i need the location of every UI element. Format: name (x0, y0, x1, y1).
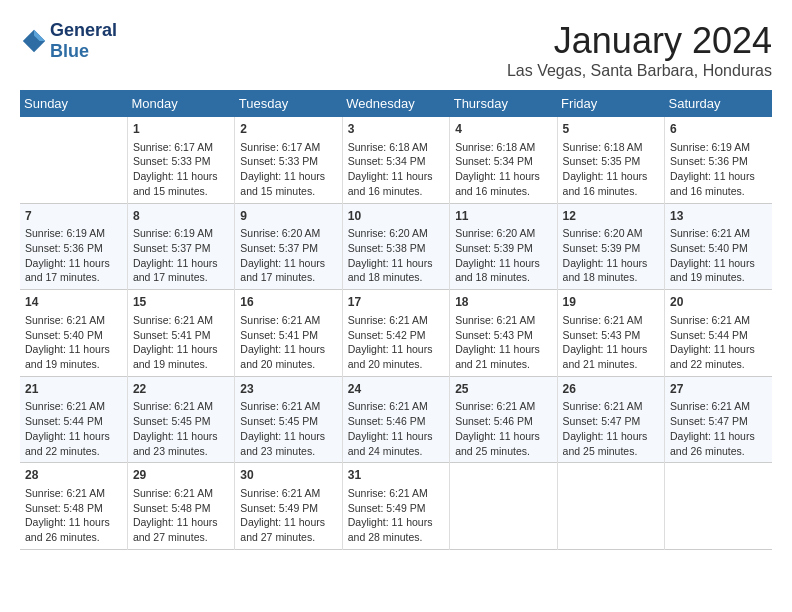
day-info-line: Daylight: 11 hours (25, 515, 122, 530)
day-info-line: and 28 minutes. (348, 530, 444, 545)
day-info-line: and 16 minutes. (348, 184, 444, 199)
calendar-cell: 30Sunrise: 6:21 AMSunset: 5:49 PMDayligh… (235, 463, 342, 550)
day-info-line: Daylight: 11 hours (133, 429, 229, 444)
day-info-line: Sunset: 5:39 PM (563, 241, 659, 256)
day-info-line: Sunrise: 6:21 AM (348, 399, 444, 414)
day-number: 12 (563, 208, 659, 225)
day-number: 24 (348, 381, 444, 398)
day-info-line: and 21 minutes. (455, 357, 551, 372)
day-info-line: Sunrise: 6:21 AM (348, 313, 444, 328)
day-info-line: and 19 minutes. (670, 270, 767, 285)
calendar-cell: 11Sunrise: 6:20 AMSunset: 5:39 PMDayligh… (450, 203, 557, 290)
day-info-line: Sunset: 5:38 PM (348, 241, 444, 256)
day-info-line: Sunset: 5:47 PM (670, 414, 767, 429)
day-info-line: Daylight: 11 hours (348, 342, 444, 357)
day-info-line: Sunset: 5:42 PM (348, 328, 444, 343)
day-info-line: Sunset: 5:41 PM (240, 328, 336, 343)
day-info-line: Daylight: 11 hours (670, 256, 767, 271)
day-info-line: Sunset: 5:45 PM (133, 414, 229, 429)
calendar-table: SundayMondayTuesdayWednesdayThursdayFrid… (20, 90, 772, 550)
day-info-line: and 27 minutes. (240, 530, 336, 545)
day-info-line: and 26 minutes. (670, 444, 767, 459)
calendar-week-1: 1Sunrise: 6:17 AMSunset: 5:33 PMDaylight… (20, 117, 772, 203)
calendar-cell: 24Sunrise: 6:21 AMSunset: 5:46 PMDayligh… (342, 376, 449, 463)
calendar-cell (450, 463, 557, 550)
day-number: 23 (240, 381, 336, 398)
day-number: 14 (25, 294, 122, 311)
day-info-line: and 23 minutes. (240, 444, 336, 459)
title-section: January 2024 Las Vegas, Santa Barbara, H… (507, 20, 772, 80)
calendar-cell (20, 117, 127, 203)
calendar-cell: 4Sunrise: 6:18 AMSunset: 5:34 PMDaylight… (450, 117, 557, 203)
day-number: 22 (133, 381, 229, 398)
day-info-line: and 25 minutes. (455, 444, 551, 459)
day-info-line: Sunset: 5:43 PM (455, 328, 551, 343)
day-info-line: Daylight: 11 hours (563, 342, 659, 357)
calendar-cell: 28Sunrise: 6:21 AMSunset: 5:48 PMDayligh… (20, 463, 127, 550)
day-info-line: Daylight: 11 hours (563, 429, 659, 444)
day-info-line: Sunset: 5:48 PM (25, 501, 122, 516)
day-info-line: Daylight: 11 hours (25, 429, 122, 444)
day-number: 18 (455, 294, 551, 311)
day-info-line: and 17 minutes. (25, 270, 122, 285)
calendar-week-4: 21Sunrise: 6:21 AMSunset: 5:44 PMDayligh… (20, 376, 772, 463)
calendar-cell: 17Sunrise: 6:21 AMSunset: 5:42 PMDayligh… (342, 290, 449, 377)
day-info-line: Sunset: 5:49 PM (240, 501, 336, 516)
day-info-line: and 15 minutes. (240, 184, 336, 199)
month-title: January 2024 (507, 20, 772, 62)
day-number: 7 (25, 208, 122, 225)
day-info-line: Daylight: 11 hours (240, 429, 336, 444)
day-info-line: Daylight: 11 hours (240, 342, 336, 357)
day-info-line: Daylight: 11 hours (563, 169, 659, 184)
day-info-line: Sunset: 5:34 PM (348, 154, 444, 169)
calendar-cell: 9Sunrise: 6:20 AMSunset: 5:37 PMDaylight… (235, 203, 342, 290)
day-info-line: Sunset: 5:46 PM (455, 414, 551, 429)
day-info-line: Daylight: 11 hours (133, 515, 229, 530)
day-info-line: Sunrise: 6:21 AM (240, 486, 336, 501)
day-info-line: Daylight: 11 hours (348, 256, 444, 271)
day-number: 10 (348, 208, 444, 225)
day-info-line: and 18 minutes. (455, 270, 551, 285)
day-info-line: Daylight: 11 hours (455, 169, 551, 184)
day-number: 4 (455, 121, 551, 138)
day-number: 27 (670, 381, 767, 398)
calendar-cell: 10Sunrise: 6:20 AMSunset: 5:38 PMDayligh… (342, 203, 449, 290)
day-info-line: Sunrise: 6:21 AM (455, 399, 551, 414)
day-info-line: Sunrise: 6:21 AM (563, 399, 659, 414)
calendar-cell: 18Sunrise: 6:21 AMSunset: 5:43 PMDayligh… (450, 290, 557, 377)
day-info-line: Sunrise: 6:21 AM (670, 226, 767, 241)
day-number: 20 (670, 294, 767, 311)
day-info-line: and 27 minutes. (133, 530, 229, 545)
day-info-line: Sunrise: 6:18 AM (348, 140, 444, 155)
day-info-line: Sunset: 5:48 PM (133, 501, 229, 516)
day-number: 15 (133, 294, 229, 311)
day-info-line: Daylight: 11 hours (133, 342, 229, 357)
calendar-week-2: 7Sunrise: 6:19 AMSunset: 5:36 PMDaylight… (20, 203, 772, 290)
calendar-cell: 20Sunrise: 6:21 AMSunset: 5:44 PMDayligh… (665, 290, 772, 377)
day-number: 2 (240, 121, 336, 138)
page-header: General Blue January 2024 Las Vegas, San… (20, 20, 772, 80)
calendar-week-5: 28Sunrise: 6:21 AMSunset: 5:48 PMDayligh… (20, 463, 772, 550)
day-info-line: Sunrise: 6:17 AM (240, 140, 336, 155)
day-info-line: Sunset: 5:41 PM (133, 328, 229, 343)
day-info-line: Daylight: 11 hours (670, 169, 767, 184)
day-info-line: Daylight: 11 hours (455, 256, 551, 271)
day-info-line: and 25 minutes. (563, 444, 659, 459)
calendar-cell: 14Sunrise: 6:21 AMSunset: 5:40 PMDayligh… (20, 290, 127, 377)
day-info-line: Daylight: 11 hours (348, 515, 444, 530)
logo: General Blue (20, 20, 117, 62)
calendar-cell: 6Sunrise: 6:19 AMSunset: 5:36 PMDaylight… (665, 117, 772, 203)
day-info-line: and 16 minutes. (563, 184, 659, 199)
calendar-cell: 16Sunrise: 6:21 AMSunset: 5:41 PMDayligh… (235, 290, 342, 377)
day-info-line: Sunset: 5:36 PM (670, 154, 767, 169)
calendar-header-row: SundayMondayTuesdayWednesdayThursdayFrid… (20, 90, 772, 117)
day-info-line: and 15 minutes. (133, 184, 229, 199)
calendar-week-3: 14Sunrise: 6:21 AMSunset: 5:40 PMDayligh… (20, 290, 772, 377)
day-info-line: and 18 minutes. (563, 270, 659, 285)
day-info-line: Sunset: 5:49 PM (348, 501, 444, 516)
day-info-line: Daylight: 11 hours (25, 342, 122, 357)
day-info-line: and 24 minutes. (348, 444, 444, 459)
day-info-line: Sunrise: 6:21 AM (25, 313, 122, 328)
day-info-line: and 18 minutes. (348, 270, 444, 285)
calendar-cell: 12Sunrise: 6:20 AMSunset: 5:39 PMDayligh… (557, 203, 664, 290)
